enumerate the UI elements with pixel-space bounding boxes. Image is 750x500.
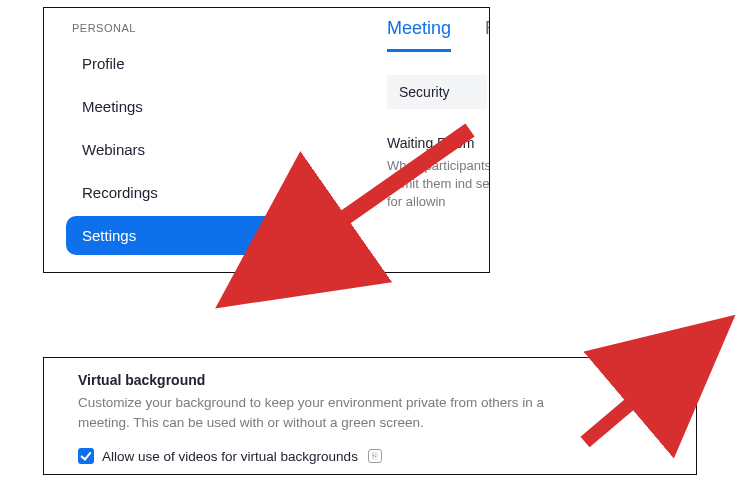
tab-recording[interactable]: Re (485, 18, 490, 52)
virtual-background-toggle[interactable] (636, 376, 670, 394)
waiting-room-setting: Waiting Room When participants to admit … (387, 135, 490, 212)
sidebar-item-settings[interactable]: Settings (66, 216, 322, 255)
sidebar-item-recordings[interactable]: Recordings (66, 173, 322, 212)
virtual-background-text: Virtual background Customize your backgr… (78, 372, 598, 432)
tab-bar: Meeting Re (369, 18, 489, 53)
settings-content: Meeting Re Security Waiting Room When pa… (369, 8, 489, 272)
subnav-security[interactable]: Security (387, 75, 487, 109)
waiting-room-desc: When participants to admit them ind sett… (387, 157, 490, 212)
sidebar-section-label: PERSONAL (66, 22, 322, 34)
sidebar-item-webinars[interactable]: Webinars (66, 130, 322, 169)
virtual-background-panel: Virtual background Customize your backgr… (43, 357, 697, 475)
virtual-background-title: Virtual background (78, 372, 598, 388)
tab-meeting[interactable]: Meeting (387, 18, 451, 52)
sidebar-item-meetings[interactable]: Meetings (66, 87, 322, 126)
virtual-background-desc: Customize your background to keep your e… (78, 393, 598, 432)
settings-nav-panel: PERSONAL Profile Meetings Webinars Recor… (43, 7, 490, 273)
waiting-room-title: Waiting Room (387, 135, 490, 151)
sidebar-item-profile[interactable]: Profile (66, 44, 322, 83)
virtual-background-video-row: Allow use of videos for virtual backgrou… (78, 448, 670, 464)
allow-video-checkbox[interactable] (78, 448, 94, 464)
subnav: Security (387, 75, 489, 109)
allow-video-label: Allow use of videos for virtual backgrou… (102, 449, 358, 464)
lock-icon: ⎘ (368, 449, 382, 463)
sidebar: PERSONAL Profile Meetings Webinars Recor… (44, 8, 344, 272)
